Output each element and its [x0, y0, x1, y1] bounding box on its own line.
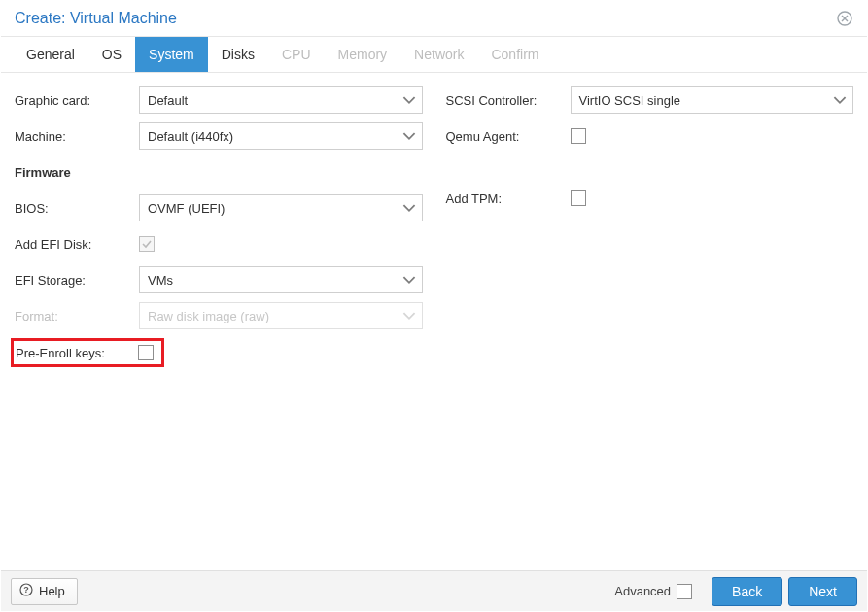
scsi-controller-value: VirtIO SCSI single: [579, 93, 681, 108]
advanced-toggle[interactable]: Advanced: [614, 584, 692, 599]
advanced-checkbox[interactable]: [677, 584, 692, 599]
chevron-down-icon: [402, 93, 416, 107]
tab-network: Network: [400, 37, 477, 72]
tab-os[interactable]: OS: [88, 37, 135, 72]
machine-select[interactable]: Default (i440fx): [139, 122, 423, 150]
tab-confirm: Confirm: [477, 37, 552, 72]
add-tpm-checkbox[interactable]: [571, 190, 586, 206]
add-efi-disk-label: Add EFI Disk:: [15, 237, 139, 252]
graphic-card-label: Graphic card:: [15, 93, 139, 108]
chevron-down-icon: [402, 309, 416, 323]
create-vm-dialog: Create: Virtual Machine General OS Syste…: [0, 0, 868, 612]
bios-value: OVMF (UEFI): [148, 201, 225, 216]
help-label: Help: [39, 584, 65, 598]
tab-disks[interactable]: Disks: [208, 37, 268, 72]
graphic-card-select[interactable]: Default: [139, 86, 423, 114]
tab-memory: Memory: [325, 37, 401, 72]
add-tpm-label: Add TPM:: [446, 191, 571, 206]
dialog-titlebar: Create: Virtual Machine: [1, 1, 867, 37]
help-button[interactable]: ? Help: [11, 578, 78, 605]
pre-enroll-keys-checkbox[interactable]: [138, 345, 154, 360]
bios-select[interactable]: OVMF (UEFI): [139, 194, 423, 221]
dialog-footer: ? Help Advanced Back Next: [1, 570, 867, 611]
qemu-agent-label: Qemu Agent:: [446, 129, 571, 144]
close-icon[interactable]: [836, 10, 853, 27]
left-column: Graphic card: Default Machine: Default (…: [15, 86, 423, 557]
next-button[interactable]: Next: [788, 577, 857, 606]
svg-text:?: ?: [23, 585, 29, 595]
efi-storage-value: VMs: [148, 273, 173, 288]
machine-label: Machine:: [15, 129, 139, 144]
qemu-agent-checkbox[interactable]: [571, 128, 586, 144]
firmware-heading: Firmware: [15, 165, 139, 180]
chevron-down-icon: [402, 273, 416, 287]
chevron-down-icon: [402, 129, 416, 143]
chevron-down-icon: [833, 93, 847, 107]
wizard-tabs: General OS System Disks CPU Memory Netwo…: [1, 37, 867, 73]
pre-enroll-keys-label: Pre-Enroll keys:: [16, 346, 138, 360]
tab-cpu: CPU: [268, 37, 325, 72]
add-efi-disk-checkbox: [139, 236, 155, 252]
advanced-label: Advanced: [614, 584, 671, 598]
back-button[interactable]: Back: [712, 577, 782, 606]
bios-label: BIOS:: [15, 201, 139, 216]
right-column: SCSI Controller: VirtIO SCSI single Qemu…: [446, 86, 854, 557]
dialog-title: Create: Virtual Machine: [15, 10, 177, 27]
scsi-controller-label: SCSI Controller:: [446, 93, 571, 108]
graphic-card-value: Default: [148, 93, 188, 108]
tab-general[interactable]: General: [13, 37, 88, 72]
scsi-controller-select[interactable]: VirtIO SCSI single: [571, 86, 854, 114]
efi-storage-select[interactable]: VMs: [139, 266, 423, 293]
tab-system[interactable]: System: [135, 37, 208, 72]
dialog-body: Graphic card: Default Machine: Default (…: [1, 73, 867, 570]
efi-storage-label: EFI Storage:: [15, 273, 139, 288]
format-select: Raw disk image (raw): [139, 302, 423, 329]
machine-value: Default (i440fx): [148, 129, 233, 144]
pre-enroll-highlight: Pre-Enroll keys:: [11, 338, 164, 367]
help-icon: ?: [19, 583, 33, 599]
format-label: Format:: [15, 309, 139, 323]
format-value: Raw disk image (raw): [148, 309, 269, 323]
chevron-down-icon: [402, 201, 416, 215]
